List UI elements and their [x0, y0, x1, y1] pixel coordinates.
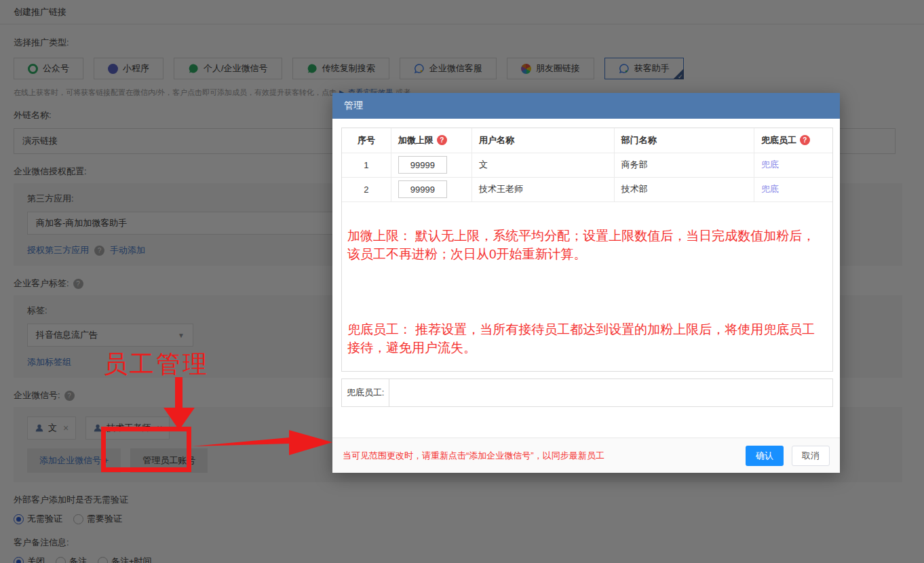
footer-warning: 当可见范围更改时，请重新点击“添加企业微信号”，以同步最新员工	[343, 450, 746, 462]
cell-dept: 商务部	[614, 153, 754, 177]
modal-title: 管理	[332, 93, 840, 119]
annotation-staff-management-label: 员工管理	[103, 348, 209, 381]
manage-modal: 管理 序号 加微上限 ? 用户名称 部门名称	[332, 93, 840, 473]
help-icon[interactable]: ?	[800, 135, 810, 145]
col-user: 用户名称	[472, 128, 615, 153]
modal-body: 序号 加微上限 ? 用户名称 部门名称 兜底员工 ?	[332, 119, 840, 407]
cell-seq: 1	[342, 153, 391, 177]
help-icon[interactable]: ?	[437, 135, 447, 145]
modal-footer: 当可见范围更改时，请重新点击“添加企业微信号”，以同步最新员工 确认 取消	[332, 438, 840, 473]
col-limit: 加微上限 ?	[391, 128, 471, 153]
cancel-button[interactable]: 取消	[792, 446, 830, 466]
fallback-field-value[interactable]	[389, 379, 832, 406]
limit-note: 加微上限： 默认无上限，系统平均分配；设置上限数值后，当日完成数值加粉后，该员工…	[342, 227, 832, 263]
cell-user: 技术王老师	[472, 177, 615, 201]
cell-user: 文	[472, 153, 615, 177]
fallback-field-label: 兜底员工:	[342, 379, 389, 406]
limit-input[interactable]	[398, 156, 447, 174]
fallback-note: 兜底员工： 推荐设置，当所有接待员工都达到设置的加粉上限后，将使用兜底员工接待，…	[342, 320, 832, 357]
col-dept: 部门名称	[614, 128, 754, 153]
table-header-row: 序号 加微上限 ? 用户名称 部门名称 兜底员工 ?	[342, 128, 832, 153]
col-fallback-label: 兜底员工	[761, 134, 796, 147]
staff-table-box: 序号 加微上限 ? 用户名称 部门名称 兜底员工 ?	[341, 128, 833, 372]
cell-dept: 技术部	[614, 177, 754, 201]
col-fallback: 兜底员工 ?	[754, 128, 832, 153]
staff-table: 序号 加微上限 ? 用户名称 部门名称 兜底员工 ?	[342, 128, 832, 202]
fallback-action-link[interactable]: 兜底	[761, 184, 779, 194]
limit-input[interactable]	[398, 180, 447, 198]
fallback-staff-field: 兜底员工:	[341, 378, 833, 407]
col-limit-label: 加微上限	[398, 134, 434, 147]
cell-seq: 2	[342, 177, 391, 201]
annotation-right-arrow-icon	[192, 427, 332, 458]
table-row: 1 文 商务部 兜底	[342, 153, 832, 177]
fallback-action-link[interactable]: 兜底	[761, 159, 779, 170]
col-seq: 序号	[342, 128, 391, 153]
table-row: 2 技术王老师 技术部 兜底	[342, 177, 832, 201]
annotation-highlight-rectangle	[101, 427, 191, 472]
confirm-button[interactable]: 确认	[746, 446, 784, 466]
annotation-down-arrow-shaft	[175, 377, 182, 409]
